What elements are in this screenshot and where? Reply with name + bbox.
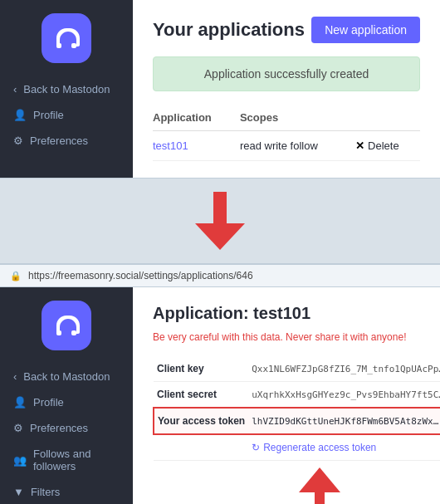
bottom-layout: ‹ Back to Mastodon 👤 Profile ⚙ Preferenc… [0, 287, 440, 504]
success-banner: Application successfully created [153, 56, 420, 91]
bottom-main-content: Application: test101 Be very careful wit… [133, 287, 440, 504]
svg-marker-3 [195, 223, 245, 250]
top-main-content: Your applications New application Applic… [133, 0, 440, 178]
delete-button[interactable]: ✕ Delete [355, 139, 399, 152]
table-row: test101 read write follow ✕ Delete [153, 131, 420, 161]
bottom-back-link[interactable]: ‹ Back to Mastodon [0, 364, 133, 389]
preferences-label: Preferences [30, 135, 88, 147]
follows-label: Follows and followers [33, 448, 120, 472]
filters-icon: ▼ [13, 486, 24, 498]
bottom-gear-icon: ⚙ [13, 422, 23, 434]
top-logo [42, 13, 91, 63]
access-token-label: Your access token [154, 408, 248, 434]
url-bar: 🔒 https://freemasonry.social/settings/ap… [0, 265, 440, 287]
back-label: Back to Mastodon [23, 83, 110, 95]
svg-rect-5 [71, 330, 76, 335]
bottom-panel: 🔒 https://freemasonry.social/settings/ap… [0, 263, 440, 504]
gear-icon: ⚙ [13, 135, 23, 147]
client-key-value: Qxx1NL6WFZJpG8fZI6_7M_tnfo1QpUAcPpPAylBN… [248, 356, 440, 382]
app-detail-title: Application: test101 [153, 304, 420, 323]
chevron-left-icon: ‹ [13, 83, 17, 95]
new-application-button[interactable]: New application [311, 17, 420, 43]
up-arrow-icon [299, 467, 340, 504]
access-token-value: lhVZID9dKGttUneHJKf8FWm6BV5At8zWxs_m3zBi… [248, 408, 440, 434]
regenerate-button[interactable]: ↻ Regenerate access token [252, 442, 376, 453]
app-name-link[interactable]: test101 [153, 139, 188, 152]
client-secret-value: uXqrhkXxHsgGHYez9c_Pvs9EhbaHY7ft5CWRmSdz… [248, 382, 440, 409]
sidebar-item-preferences[interactable]: ⚙ Preferences [0, 128, 133, 154]
client-key-row: Client key Qxx1NL6WFZJpG8fZI6_7M_tnfo1Qp… [154, 356, 440, 382]
svg-marker-6 [299, 467, 340, 492]
bottom-chevron-left-icon: ‹ [13, 370, 17, 383]
col-application: Application [153, 105, 240, 131]
bottom-sidebar-follows[interactable]: 👥 Follows and followers [0, 441, 133, 479]
applications-table: Application Scopes test101 read write fo… [153, 105, 420, 161]
svg-rect-2 [213, 192, 227, 225]
page-header: Your applications New application [153, 17, 420, 43]
credentials-table: Client key Qxx1NL6WFZJpG8fZI6_7M_tnfo1Qp… [153, 356, 440, 461]
sidebar-item-profile[interactable]: 👤 Profile [0, 102, 133, 128]
page-title: Your applications [153, 19, 305, 41]
client-key-label: Client key [154, 356, 248, 382]
bottom-sidebar-nav: ‹ Back to Mastodon 👤 Profile ⚙ Preferenc… [0, 364, 133, 504]
bottom-preferences-label: Preferences [30, 422, 88, 434]
top-sidebar-nav: ‹ Back to Mastodon 👤 Profile ⚙ Preferenc… [0, 76, 133, 154]
client-secret-label: Client secret [154, 382, 248, 409]
svg-rect-4 [56, 330, 61, 335]
filters-label: Filters [31, 486, 60, 498]
app-scopes: read write follow [240, 131, 355, 161]
svg-rect-1 [71, 43, 76, 48]
x-icon: ✕ [355, 139, 364, 152]
warning-message: Be very careful with this data. Never sh… [153, 331, 406, 343]
bottom-sidebar-preferences[interactable]: ⚙ Preferences [0, 415, 133, 441]
bottom-profile-icon: 👤 [13, 396, 27, 409]
refresh-icon: ↻ [252, 442, 260, 453]
delete-label: Delete [368, 139, 399, 152]
regenerate-row: ↻ Regenerate access token [154, 434, 440, 461]
client-secret-row: Client secret uXqrhkXxHsgGHYez9c_Pvs9Ehb… [154, 382, 440, 409]
warning-text: Be very careful with this data. Never sh… [153, 331, 420, 343]
top-sidebar: ‹ Back to Mastodon 👤 Profile ⚙ Preferenc… [0, 0, 133, 178]
bottom-profile-label: Profile [33, 396, 64, 409]
profile-label: Profile [33, 109, 64, 121]
up-arrow-section [219, 467, 420, 504]
lock-icon: 🔒 [10, 271, 22, 281]
profile-icon: 👤 [13, 109, 27, 121]
col-scopes: Scopes [240, 105, 355, 131]
top-panel: ‹ Back to Mastodon 👤 Profile ⚙ Preferenc… [0, 0, 440, 179]
bottom-sidebar: ‹ Back to Mastodon 👤 Profile ⚙ Preferenc… [0, 287, 133, 504]
bottom-sidebar-profile[interactable]: 👤 Profile [0, 389, 133, 415]
arrow-section [0, 179, 440, 263]
access-token-row: Your access token lhVZID9dKGttUneHJKf8FW… [154, 408, 440, 434]
bottom-sidebar-filters[interactable]: ▼ Filters [0, 479, 133, 504]
regenerate-label: Regenerate access token [263, 442, 376, 453]
follows-icon: 👥 [13, 454, 27, 467]
down-arrow-icon [195, 192, 245, 250]
bottom-logo [42, 301, 91, 350]
bottom-back-label: Back to Mastodon [23, 370, 110, 383]
svg-rect-0 [56, 43, 61, 48]
back-to-mastodon-link[interactable]: ‹ Back to Mastodon [0, 76, 133, 102]
url-text: https://freemasonry.social/settings/appl… [28, 270, 253, 281]
svg-rect-7 [315, 491, 325, 504]
